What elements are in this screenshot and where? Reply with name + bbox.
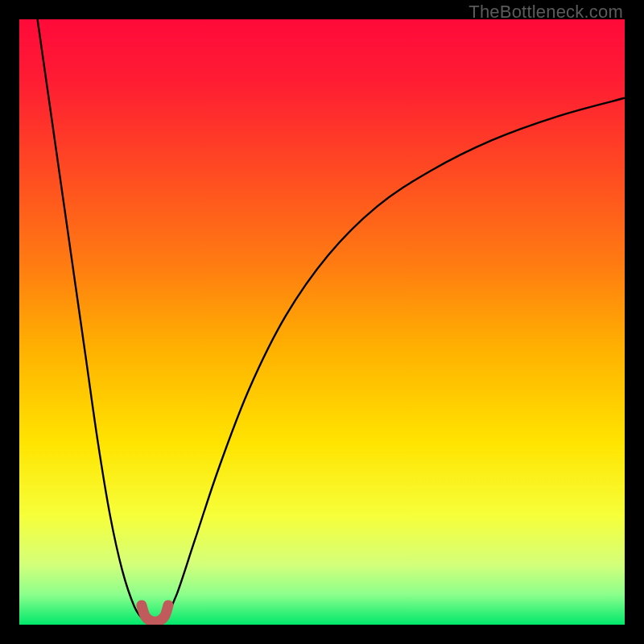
chart-frame [19, 19, 625, 625]
gradient-background [19, 19, 625, 625]
plot-area [19, 19, 625, 625]
watermark-text: TheBottleneck.com [469, 2, 623, 23]
chart-svg [19, 19, 625, 625]
